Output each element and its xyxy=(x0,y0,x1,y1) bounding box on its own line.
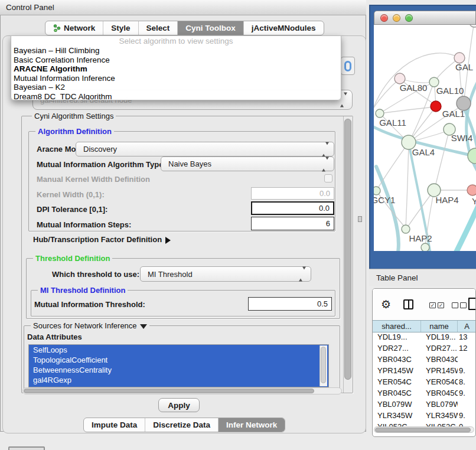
mi-threshold-label: Mutual Information Threshold: xyxy=(34,300,145,309)
gear-icon[interactable]: ⚙ xyxy=(381,299,391,310)
control-panel-tabs: NetworkStyleSelectCyni ToolboxjActiveMNo… xyxy=(45,21,324,35)
node-label-gcy1: GCY1 xyxy=(374,195,395,205)
table-row[interactable]: YBL079WYBL079W xyxy=(373,400,476,411)
algorithm-option-basic-correlation-inference[interactable]: Basic Correlation Inference xyxy=(11,56,341,65)
network-node[interactable] xyxy=(421,243,429,251)
table-cell xyxy=(458,355,476,366)
tab-cyni-toolbox[interactable]: Cyni Toolbox xyxy=(177,21,243,35)
network-edge[interactable] xyxy=(406,142,409,228)
table-row[interactable]: YDR27...YDR27...12 xyxy=(373,344,476,355)
algorithm-option-bayesian-k2[interactable]: Bayesian – K2 xyxy=(11,83,341,92)
new-table-icon[interactable] xyxy=(468,298,476,310)
attributes-vscrollbar-thumb[interactable] xyxy=(321,347,326,383)
minimize-traffic-light[interactable] xyxy=(393,14,400,22)
network-node[interactable] xyxy=(431,101,441,112)
table-row[interactable]: YDL19...YDL19...13 xyxy=(373,332,476,344)
bottom-left-partial-button[interactable] xyxy=(8,446,45,450)
expanded-arrow-icon[interactable] xyxy=(140,324,147,329)
node-label-gal10: GAL10 xyxy=(436,86,464,96)
attribute-item-partial[interactable] xyxy=(29,385,328,387)
table-row[interactable]: YBR043CYBR043C xyxy=(373,355,476,366)
panel-resize-grip[interactable] xyxy=(358,216,362,222)
table-row[interactable]: YER054CYER054C8. xyxy=(373,377,476,389)
network-node-gal11[interactable] xyxy=(376,109,384,118)
columns-icon[interactable] xyxy=(403,299,413,309)
network-edge[interactable] xyxy=(407,190,434,228)
bottom-tab-impute-data[interactable]: Impute Data xyxy=(84,418,145,432)
select-all-icon-2[interactable]: ✓ xyxy=(438,302,444,308)
attribute-item-gal4rgexp[interactable]: gal4RGexp xyxy=(29,375,328,385)
node-label-gal11: GAL11 xyxy=(379,118,406,128)
aracne-mode-combo[interactable]: Discovery xyxy=(76,142,334,156)
network-icon-button[interactable] xyxy=(341,57,355,75)
zoom-traffic-light[interactable] xyxy=(405,14,413,22)
node-label-gal4: GAL4 xyxy=(412,147,435,157)
table-cell: YBL079W xyxy=(373,400,421,411)
algorithm-option-aracne-algorithm[interactable]: ARACNE Algorithm xyxy=(11,64,341,74)
deselect-all-icon-2[interactable] xyxy=(460,302,467,308)
node-label-hap2: HAP2 xyxy=(409,233,432,243)
which-threshold-combo[interactable]: MI Threshold xyxy=(140,266,311,282)
network-node-gcy1[interactable] xyxy=(374,187,380,195)
control-panel-titlebar[interactable]: Control Panel xyxy=(0,0,366,15)
bottom-tab-discretize-data[interactable]: Discretize Data xyxy=(145,418,218,432)
collapsed-arrow-icon[interactable] xyxy=(165,237,171,244)
network-canvas[interactable]: GALGAL80GAL10GAL1GAL11SWI4GAL4GCY1HAP4YH… xyxy=(374,25,476,251)
tab-style[interactable]: Style xyxy=(103,21,138,35)
network-edge[interactable] xyxy=(435,129,449,189)
stepper-arrows-icon xyxy=(299,270,306,279)
manual-kernel-checkbox[interactable] xyxy=(324,174,332,182)
select-all-icon[interactable]: ✓ xyxy=(429,302,436,308)
algorithm-option-mutual-information-inference[interactable]: Mutual Information Inference xyxy=(11,74,341,83)
table-header-row: shared...nameA xyxy=(373,320,476,332)
column-header-shared[interactable]: shared... xyxy=(373,321,421,332)
column-header-a[interactable]: A xyxy=(458,321,476,332)
table-row[interactable]: YPR145WYPR145W9. xyxy=(373,366,476,377)
sources-toggle[interactable]: Sources for Network Inference xyxy=(31,321,149,330)
algorithm-option-bayesian-hill-climbing[interactable]: Bayesian – Hill Climbing xyxy=(11,46,341,56)
tab-network[interactable]: Network xyxy=(45,21,103,35)
mi-threshold-group-title: MI Threshold Definition xyxy=(38,286,128,295)
table-row[interactable]: YBR045CYBR045C9. xyxy=(373,389,476,400)
network-edge[interactable] xyxy=(377,142,409,189)
table-cell: YDL19... xyxy=(373,332,421,344)
column-header-name[interactable]: name xyxy=(421,321,458,332)
deselect-all-icon[interactable] xyxy=(452,302,458,308)
table-cell: YER054C xyxy=(373,377,421,389)
table-toolbar: ⚙ ✓ ✓ xyxy=(373,289,476,319)
mi-threshold-field[interactable]: 0.5 xyxy=(248,297,332,311)
close-traffic-light[interactable] xyxy=(380,14,388,22)
algorithm-option-dream8-dc-tdc-algorithm[interactable]: Dream8 DC_TDC Algorithm xyxy=(11,92,341,101)
network-tab-icon xyxy=(53,24,61,32)
network-edge[interactable] xyxy=(454,202,476,251)
data-attributes-list[interactable]: SelfLoopsTopologicalCoefficientBetweenne… xyxy=(28,344,329,387)
table-hscrollbar-thumb[interactable] xyxy=(375,428,471,432)
network-node-y[interactable] xyxy=(467,185,476,195)
hub-definition-toggle[interactable]: Hub/Transcription Factor Definition xyxy=(33,235,171,244)
network-edge[interactable] xyxy=(376,167,399,251)
table-cell: YER054C xyxy=(421,377,458,389)
kernel-width-field[interactable]: 0.0 xyxy=(251,187,334,200)
table-row[interactable]: YLR345WYLR345W9. xyxy=(373,411,476,422)
dpi-tolerance-field[interactable]: 0.0 xyxy=(251,201,334,215)
algorithm-dropdown-popup: Select algorithm to view settings Bayesi… xyxy=(11,35,341,100)
tab-select[interactable]: Select xyxy=(138,21,178,35)
mi-type-combo[interactable]: Naive Bayes xyxy=(161,156,334,171)
mi-steps-field[interactable]: 6 xyxy=(251,217,334,230)
attribute-item-betweennesscentrality[interactable]: BetweennessCentrality xyxy=(29,365,328,375)
network-node-hap2[interactable] xyxy=(402,225,410,233)
settings-vscrollbar-thumb[interactable] xyxy=(344,119,351,380)
attribute-item-topologicalcoefficient[interactable]: TopologicalCoefficient xyxy=(29,355,328,365)
settings-hscrollbar-thumb[interactable] xyxy=(24,389,314,393)
network-window-titlebar[interactable] xyxy=(374,11,476,25)
network-node[interactable] xyxy=(470,25,476,27)
table-cell: YPR145W xyxy=(421,366,458,377)
apply-button[interactable]: Apply xyxy=(158,398,200,412)
manual-kernel-label: Manual Kernel Width Definition xyxy=(37,175,150,184)
table-cell: YBL079W xyxy=(421,400,458,411)
bottom-tab-infer-network[interactable]: Infer Network xyxy=(218,418,285,432)
tab-jactivemnodules[interactable]: jActiveMNodules xyxy=(243,21,324,35)
table-cell: YBR045C xyxy=(373,389,421,400)
tab-label: Network xyxy=(64,24,95,32)
attribute-item-selfloops[interactable]: SelfLoops xyxy=(29,345,328,355)
